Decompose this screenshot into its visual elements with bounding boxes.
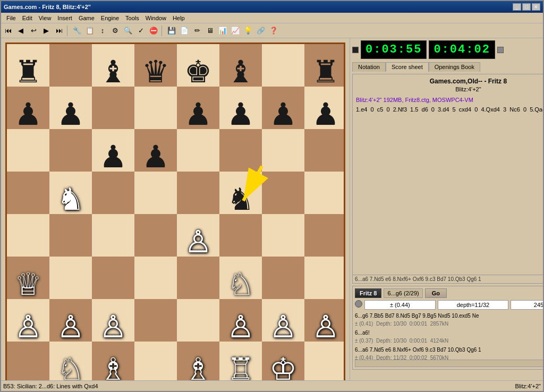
black-clock: 0:04:02	[429, 40, 495, 59]
engine-indicator	[355, 300, 362, 308]
toolbar-btn-11[interactable]: ✓	[135, 25, 147, 37]
toolbar-btn-7[interactable]: 📋	[84, 25, 96, 37]
menu-insert[interactable]: Insert	[54, 14, 75, 22]
menu-engine[interactable]: Engine	[98, 14, 122, 22]
svg-text:♙: ♙	[184, 224, 212, 259]
svg-text:♟: ♟	[184, 97, 212, 131]
line3-detail: ± (0.44) Depth: 11/32 0:00:02 5670kN	[355, 355, 448, 360]
engine-lines: 6...g6 7.Bb5 Bd7 8.Nd5 Bg7 9.Bg5 Nxd5 10…	[355, 312, 543, 360]
status-right: Blitz:4'+2"	[515, 383, 541, 389]
toolbar-btn-19[interactable]: 💡	[242, 25, 254, 37]
engine-area: Fritz 8 6...g6 (2/29) Go ± (0.44) depth=…	[352, 286, 543, 370]
notation-text: Blitz:4'+2" 192MB, Fritz8.ctg, MOSWPC4-V…	[356, 96, 543, 114]
horizontal-scrollbar[interactable]	[355, 360, 543, 367]
menu-game[interactable]: Game	[75, 14, 98, 22]
svg-text:♚: ♚	[184, 54, 212, 89]
menu-window[interactable]: Window	[142, 14, 169, 22]
go-button[interactable]: Go	[425, 288, 447, 298]
toolbar-btn-18[interactable]: 📈	[230, 25, 241, 37]
svg-text:♘: ♘	[227, 267, 254, 301]
svg-text:♙: ♙	[14, 309, 42, 344]
analysis-text: 6...a6 7.Nd5 e6 8.Nxf6+ Oxf6 9.c3 Bd7 10…	[352, 275, 543, 284]
game-subtitle: Blitz:4'+2"	[356, 86, 543, 92]
line2-moves: 6...a6!	[355, 330, 370, 336]
engine-top: Fritz 8 6...g6 (2/29) Go	[355, 288, 543, 298]
main-window: Games.com - Fritz 8, Blitz:4'+2" _ □ ✕ F…	[0, 0, 544, 392]
notation-content: Blitz:4'+2" 192MB, Fritz8.ctg, MOSWPC4-V…	[356, 96, 543, 271]
svg-text:♙: ♙	[99, 309, 127, 344]
line1-moves: 6...g6 7.Bb5 Bd7 8.Nd5 Bg7 9.Bg5 Nxd5 10…	[355, 313, 479, 319]
engine-speed: 2451kN/s	[511, 300, 543, 310]
notation-scroll-panel: Blitz:4'+2" 192MB, Fritz8.ctg, MOSWPC4-V…	[356, 96, 543, 271]
menu-view[interactable]: View	[36, 14, 55, 22]
menu-tools[interactable]: Tools	[122, 14, 142, 22]
window-title: Games.com - Fritz 8, Blitz:4'+2"	[4, 4, 91, 10]
toolbar-btn-9[interactable]: ⚙	[109, 25, 121, 37]
titlebar: Games.com - Fritz 8, Blitz:4'+2" _ □ ✕	[1, 1, 543, 13]
menu-help[interactable]: Help	[169, 14, 188, 22]
svg-text:♙: ♙	[269, 309, 297, 344]
engine-lines-wrapper: 6...g6 7.Bb5 Bd7 8.Nd5 Bg7 9.Bg5 Nxd5 10…	[355, 312, 543, 360]
notation-moves: 1.e4 0 c5 0 2.Nf3 1.5 d6 0 3.d4 5 cxd4 0…	[356, 106, 543, 113]
svg-text:♘: ♘	[57, 352, 84, 380]
status-bar: B53: Sicilian: 2...d6: Lines with Qxd4 B…	[1, 380, 543, 391]
minimize-button[interactable]: _	[513, 3, 521, 11]
svg-text:♟: ♟	[14, 97, 42, 131]
toolbar-btn-21[interactable]: ❓	[268, 25, 279, 37]
toolbar-btn-15[interactable]: ✏	[191, 25, 203, 37]
engine-variation: 6...g6 (2/29)	[384, 288, 422, 298]
svg-text:♝: ♝	[227, 54, 254, 89]
engine-name-btn[interactable]: Fritz 8	[355, 288, 381, 298]
toolbar-prev[interactable]: ◀	[15, 25, 27, 37]
toolbar-next[interactable]: ▶	[40, 25, 52, 37]
close-button[interactable]: ✕	[532, 3, 540, 11]
toolbar-btn-14[interactable]: 📄	[178, 25, 190, 37]
toolbar-btn-17[interactable]: 📊	[217, 25, 228, 37]
engine-depth: depth=11/32	[438, 300, 509, 310]
clocks-area: 0:03:55 0:04:02	[352, 40, 543, 59]
toolbar-btn-6[interactable]: 🔧	[71, 25, 83, 37]
line2-detail: ± (0.37) Depth: 10/30 0:00:01 4124kN	[355, 338, 448, 344]
menubar: File Edit View Insert Game Engine Tools …	[1, 13, 543, 23]
engine-line-1: 6...g6 7.Bb5 Bd7 8.Nd5 Bg7 9.Bg5 Nxd5 10…	[355, 312, 543, 328]
tab-notation[interactable]: Notation	[352, 62, 386, 72]
svg-text:♟: ♟	[227, 97, 254, 131]
svg-text:♟: ♟	[312, 97, 339, 131]
engine-line-2: 6...a6! ± (0.37) Depth: 10/30 0:00:01 41…	[355, 329, 543, 345]
chess-board[interactable]: ♜ ♝ ♛ ♚ ♝ ♜ ♟ ♟ ♟ ♟ ♟ ♟ ♟	[5, 42, 345, 380]
svg-text:♕: ♕	[14, 267, 42, 301]
engine-score: ± (0.44)	[364, 300, 436, 310]
toolbar: ⏮ ◀ ↩ ▶ ⏭ 🔧 📋 ↕ ⚙ 🔍 ✓ ⛔ 💾 📄 ✏ 🖥 📊 📈 💡 🔗 …	[1, 23, 543, 38]
svg-text:♟: ♟	[269, 97, 297, 131]
svg-text:♛: ♛	[142, 54, 169, 89]
toolbar-btn-16[interactable]: 🖥	[204, 25, 216, 37]
svg-text:♟: ♟	[57, 97, 84, 131]
toolbar-sep-1	[67, 25, 69, 36]
svg-text:♜: ♜	[14, 54, 42, 89]
tab-openings-book[interactable]: Openings Book	[429, 62, 480, 72]
toolbar-end[interactable]: ⏭	[53, 25, 65, 37]
toolbar-btn-10[interactable]: 🔍	[122, 25, 134, 37]
svg-text:♞: ♞	[57, 182, 84, 216]
svg-text:♙: ♙	[312, 309, 339, 344]
menu-file[interactable]: File	[3, 14, 19, 22]
tab-score-sheet[interactable]: Score sheet	[386, 62, 429, 72]
right-panel: 0:03:55 0:04:02 Notation Score sheet Ope…	[350, 38, 543, 380]
toolbar-btn-13[interactable]: 💾	[166, 25, 177, 37]
menu-edit[interactable]: Edit	[19, 14, 36, 22]
notation-header: Blitz:4'+2" 192MB, Fritz8.ctg, MOSWPC4-V…	[356, 97, 473, 103]
toolbar-start[interactable]: ⏮	[2, 25, 14, 37]
toolbar-back[interactable]: ↩	[28, 25, 39, 37]
game-title: Games.com,Old-- - Fritz 8	[356, 78, 543, 85]
status-left: B53: Sicilian: 2...d6: Lines with Qxd4	[3, 383, 98, 389]
line1-detail: ± (0.41) Depth: 10/30 0:00:01 2857kN	[355, 321, 448, 327]
toolbar-btn-8[interactable]: ↕	[97, 25, 108, 37]
maximize-button[interactable]: □	[522, 3, 531, 11]
engine-line-3: 6...a6 7.Nd5 e6 8.Nxf6+ Oxf6 9.c3 Bd7 10…	[355, 346, 543, 360]
svg-text:♙: ♙	[227, 309, 254, 344]
toolbar-btn-20[interactable]: 🔗	[255, 25, 267, 37]
svg-text:♙: ♙	[57, 309, 84, 344]
toolbar-sep-2	[162, 25, 164, 36]
window-controls: _ □ ✕	[513, 3, 540, 11]
toolbar-btn-12[interactable]: ⛔	[148, 25, 159, 37]
